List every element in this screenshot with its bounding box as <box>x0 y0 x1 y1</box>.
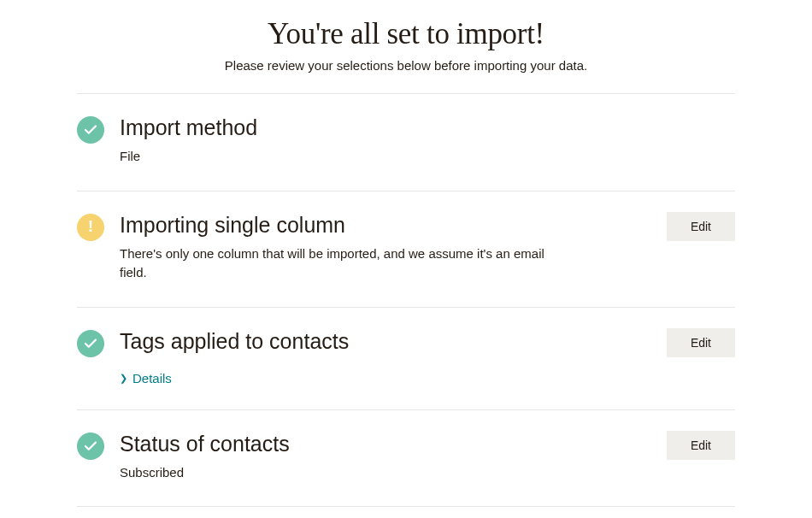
section-description-import-method: File <box>120 147 564 167</box>
section-action: Edit <box>667 328 735 357</box>
status-icon-wrapper: ! <box>77 214 104 241</box>
edit-button-single-column[interactable]: Edit <box>667 212 735 241</box>
section-action: Edit <box>667 212 735 241</box>
check-icon <box>77 433 104 460</box>
section-tags: Tags applied to contacts ❯ Details Edit <box>77 307 735 409</box>
section-title-status: Status of contacts <box>120 431 653 456</box>
section-description-status: Subscribed <box>120 463 564 483</box>
page-title: You're all set to import! <box>77 17 735 51</box>
section-title-tags: Tags applied to contacts <box>120 328 653 354</box>
section-single-column: ! Importing single column There's only o… <box>77 191 735 307</box>
chevron-right-icon: ❯ <box>120 374 127 383</box>
section-import-method: Import method File <box>77 93 735 191</box>
status-icon-wrapper <box>77 433 104 460</box>
section-title-import-method: Import method <box>120 115 721 140</box>
section-description-single-column: There's only one column that will be imp… <box>120 244 564 283</box>
section-content: Tags applied to contacts ❯ Details <box>120 328 667 386</box>
check-icon <box>77 330 104 357</box>
edit-button-tags[interactable]: Edit <box>667 328 735 357</box>
section-action: Edit <box>667 431 735 460</box>
section-content: Import method File <box>120 115 735 167</box>
exclamation-icon: ! <box>88 218 93 236</box>
check-icon <box>77 116 104 144</box>
edit-button-status[interactable]: Edit <box>667 431 735 460</box>
page-header: You're all set to import! Please review … <box>77 17 735 73</box>
details-label: Details <box>132 371 172 386</box>
section-content: Importing single column There's only one… <box>120 212 667 283</box>
section-content: Status of contacts Subscribed <box>120 431 667 483</box>
status-icon-wrapper <box>77 330 104 357</box>
status-icon-wrapper <box>77 116 104 144</box>
warning-icon: ! <box>77 214 104 241</box>
import-review-container: You're all set to import! Please review … <box>0 0 812 507</box>
page-subtitle: Please review your selections below befo… <box>77 58 735 73</box>
section-title-single-column: Importing single column <box>120 212 653 238</box>
section-status: Status of contacts Subscribed Edit <box>77 409 735 508</box>
details-toggle[interactable]: ❯ Details <box>120 371 172 386</box>
